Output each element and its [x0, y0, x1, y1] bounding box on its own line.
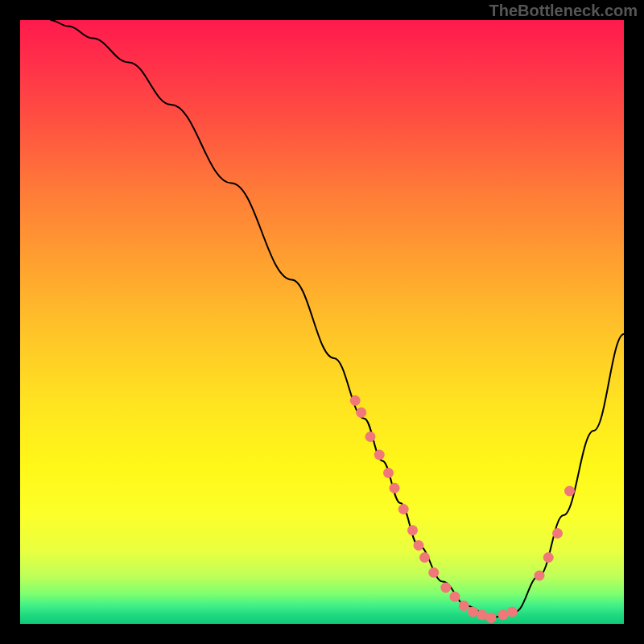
data-markers: [350, 395, 575, 623]
watermark-text: TheBottleneck.com: [489, 2, 638, 20]
data-marker: [507, 607, 518, 617]
data-marker: [440, 583, 451, 593]
data-marker: [535, 571, 545, 581]
data-marker: [564, 486, 575, 497]
data-marker: [398, 504, 409, 514]
data-marker: [374, 450, 385, 460]
data-marker: [350, 395, 361, 406]
data-marker: [543, 552, 554, 563]
data-marker: [459, 601, 469, 611]
data-marker: [428, 568, 439, 578]
data-marker: [450, 592, 460, 602]
data-marker: [486, 613, 497, 623]
data-marker: [498, 609, 509, 620]
data-marker: [365, 431, 376, 442]
chart-svg: [20, 20, 624, 624]
data-marker: [356, 407, 366, 418]
data-marker: [414, 540, 424, 551]
chart-plot-area: [20, 20, 624, 624]
data-marker: [407, 525, 418, 535]
data-marker: [383, 468, 394, 478]
bottleneck-curve: [51, 20, 625, 618]
data-marker: [419, 552, 430, 563]
data-marker: [468, 607, 478, 617]
data-marker: [552, 528, 563, 539]
data-marker: [477, 609, 487, 620]
data-marker: [390, 483, 400, 493]
